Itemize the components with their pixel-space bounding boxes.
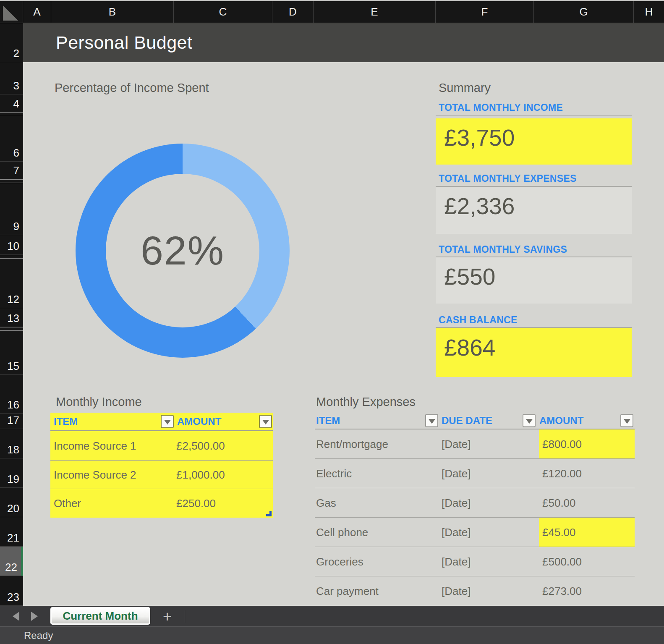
income-header-amount[interactable]: AMOUNT (177, 416, 221, 427)
expenses-item-filter-dropdown-icon[interactable] (425, 414, 438, 427)
income-item-cell[interactable]: Other (54, 497, 81, 510)
row-header-strip: 2 3 4 6 7 9 10 12 13 15 16 17 18 19 20 2… (0, 23, 23, 606)
summary-value-box-income[interactable]: £3,750 (436, 118, 632, 165)
table-resize-handle-icon[interactable] (266, 511, 272, 516)
row-header-6[interactable]: 6 (0, 116, 23, 162)
row-header-18[interactable]: 18 (0, 429, 23, 458)
expenses-header-duedate[interactable]: DUE DATE (442, 415, 492, 427)
row-header-12[interactable]: 12 (0, 259, 23, 308)
row-header-9[interactable]: 9 (0, 183, 23, 235)
tab-bar-divider (185, 610, 185, 623)
sheet-tab-current-month[interactable]: Current Month (50, 607, 150, 625)
row-header-20[interactable]: 20 (0, 488, 23, 517)
expense-row[interactable]: Electric [Date] £120.00 (315, 459, 635, 488)
hidden-row-11-divider (0, 255, 23, 259)
expense-amount-text: £50.00 (542, 496, 576, 509)
row-header-15[interactable]: 15 (0, 331, 23, 375)
income-header-item[interactable]: ITEM (54, 416, 78, 427)
summary-label-expenses: TOTAL MONTHLY EXPENSES (439, 173, 577, 184)
column-header-e[interactable]: E (314, 1, 436, 23)
income-amount-cell[interactable]: £2,500.00 (176, 439, 225, 452)
expense-row[interactable]: Groceries [Date] £500.00 (315, 547, 635, 576)
row-header-16[interactable]: 16 (0, 375, 23, 414)
row-header-21[interactable]: 21 (0, 517, 23, 547)
summary-value-box-savings[interactable]: £550 (436, 257, 632, 304)
expense-amount-text: £500.00 (542, 555, 582, 568)
row-header-19[interactable]: 19 (0, 458, 23, 488)
expense-amount-cell[interactable]: £273.00 (539, 576, 635, 606)
expense-item-cell[interactable]: Groceries (316, 555, 363, 568)
expense-due-cell[interactable]: [Date] (442, 467, 471, 480)
expense-amount-cell[interactable]: £120.00 (539, 459, 635, 488)
row-header-23[interactable]: 23 (0, 576, 23, 606)
expenses-duedate-filter-dropdown-icon[interactable] (523, 414, 536, 427)
income-amount-filter-dropdown-icon[interactable] (259, 415, 272, 428)
income-item-cell[interactable]: Income Source 1 (54, 439, 136, 452)
row-header-3[interactable]: 3 (0, 62, 23, 94)
add-sheet-button[interactable]: + (163, 606, 172, 627)
summary-value-income: £3,750 (444, 124, 632, 151)
expense-item-cell[interactable]: Electric (316, 467, 352, 480)
column-header-d[interactable]: D (272, 1, 314, 23)
expense-amount-cell[interactable]: £50.00 (539, 488, 635, 517)
column-header-strip: A B C D E F G H (0, 0, 664, 23)
expense-due-cell[interactable]: [Date] (442, 585, 471, 598)
expense-amount-text: £45.00 (542, 526, 576, 539)
income-item-cell[interactable]: Income Source 2 (54, 468, 136, 481)
expense-item-cell[interactable]: Rent/mortgage (316, 437, 388, 450)
expense-amount-cell[interactable]: £800.00 (539, 429, 635, 458)
expense-due-cell[interactable]: [Date] (442, 437, 471, 450)
row-header-7[interactable]: 7 (0, 162, 23, 179)
expense-due-cell[interactable]: [Date] (442, 496, 471, 509)
column-header-g[interactable]: G (534, 1, 634, 23)
tab-scroll-right-icon[interactable] (31, 612, 38, 621)
column-header-h[interactable]: H (634, 1, 664, 23)
row-header-2[interactable]: 2 (0, 23, 23, 62)
expense-item-cell[interactable]: Car payment (316, 585, 379, 598)
row-header-13[interactable]: 13 (0, 308, 23, 327)
income-row[interactable]: Income Source 2 £1,000.00 (50, 461, 273, 489)
column-header-c[interactable]: C (174, 1, 272, 23)
income-item-filter-dropdown-icon[interactable] (161, 415, 174, 428)
expense-amount-cell[interactable]: £45.00 (539, 518, 635, 547)
expenses-header-amount[interactable]: AMOUNT (539, 415, 583, 427)
tab-scroll-left-icon[interactable] (13, 612, 19, 621)
row-header-22-selected[interactable]: 22 (0, 547, 23, 576)
row-header-4[interactable]: 4 (0, 94, 23, 113)
income-row[interactable]: Income Source 1 £2,500.00 (50, 431, 273, 461)
summary-value-cash: £864 (444, 334, 632, 361)
expense-row[interactable]: Cell phone [Date] £45.00 (315, 518, 635, 547)
expenses-table-title: Monthly Expenses (316, 395, 416, 409)
summary-value-box-cash[interactable]: £864 (436, 328, 632, 377)
row-header-17[interactable]: 17 (0, 414, 23, 429)
expense-amount-text: £120.00 (542, 467, 582, 480)
expense-amount-text: £800.00 (542, 437, 582, 450)
column-header-a[interactable]: A (23, 1, 51, 23)
expense-item-cell[interactable]: Cell phone (316, 526, 368, 539)
summary-value-box-expenses[interactable]: £2,336 (436, 187, 632, 234)
expenses-amount-filter-dropdown-icon[interactable] (620, 414, 633, 427)
expense-amount-text: £273.00 (542, 585, 582, 598)
income-row[interactable]: Other £250.00 (50, 489, 273, 518)
summary-panel: Summary TOTAL MONTHLY INCOME £3,750 TOTA… (436, 23, 632, 401)
expense-due-cell[interactable]: [Date] (442, 555, 471, 568)
expenses-header-item[interactable]: ITEM (316, 415, 340, 427)
summary-value-expenses: £2,336 (444, 193, 632, 220)
expense-due-cell[interactable]: [Date] (442, 526, 471, 539)
expense-row[interactable]: Car payment [Date] £273.00 (315, 576, 635, 606)
row-header-10[interactable]: 10 (0, 235, 23, 255)
expense-row[interactable]: Gas [Date] £50.00 (315, 488, 635, 518)
expense-amount-cell[interactable]: £500.00 (539, 547, 635, 576)
income-amount-cell[interactable]: £250.00 (176, 497, 216, 510)
select-all-corner[interactable] (0, 1, 23, 23)
donut-center-label: 62% (76, 144, 290, 358)
income-amount-cell[interactable]: £1,000.00 (176, 468, 225, 481)
chart-title: Percentage of Income Spent (55, 81, 209, 95)
expense-item-cell[interactable]: Gas (316, 496, 336, 509)
donut-chart[interactable]: 62% (76, 144, 290, 358)
expense-row[interactable]: Rent/mortgage [Date] £800.00 (315, 429, 635, 459)
column-header-b[interactable]: B (51, 1, 174, 23)
summary-label-income: TOTAL MONTHLY INCOME (439, 102, 563, 113)
hidden-row-8-divider (0, 179, 23, 183)
column-header-f[interactable]: F (436, 1, 534, 23)
